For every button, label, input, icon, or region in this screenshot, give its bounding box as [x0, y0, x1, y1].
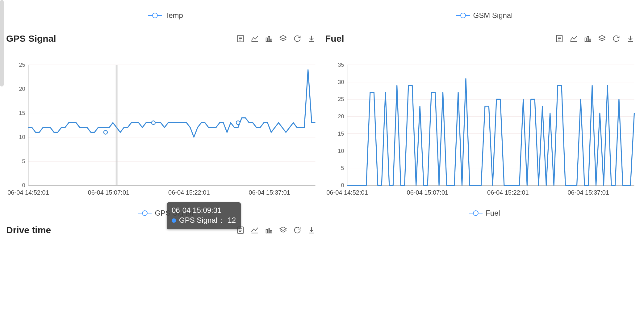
svg-point-40 — [104, 130, 107, 134]
refresh-icon[interactable] — [612, 34, 621, 43]
svg-text:30: 30 — [338, 79, 344, 85]
gps-tooltip: 06-04 15:09:31 GPS Signal: 12 — [167, 202, 241, 229]
legend-swatch-icon — [138, 210, 152, 216]
gps-signal-chart[interactable]: 051015202506-04 14:52:0106-04 15:07:0106… — [6, 46, 325, 207]
vertical-scrollbar[interactable] — [0, 0, 4, 86]
svg-text:0: 0 — [341, 182, 344, 188]
bar-chart-icon[interactable] — [265, 34, 273, 43]
svg-text:10: 10 — [19, 134, 25, 140]
refresh-icon[interactable] — [293, 34, 302, 43]
svg-rect-69 — [266, 230, 268, 233]
legend-swatch-icon — [456, 12, 470, 19]
bar-chart-icon[interactable] — [265, 226, 273, 234]
svg-text:20: 20 — [19, 86, 25, 92]
svg-text:25: 25 — [338, 96, 344, 102]
svg-marker-8 — [280, 36, 286, 39]
tooltip-time: 06-04 15:09:31 — [172, 205, 236, 215]
svg-text:06-04 15:22:01: 06-04 15:22:01 — [168, 189, 210, 196]
svg-text:5: 5 — [341, 165, 344, 171]
fuel-toolbox — [555, 34, 635, 43]
data-view-icon[interactable] — [236, 34, 245, 43]
svg-rect-6 — [268, 36, 270, 41]
legend-gsm[interactable]: GSM Signal — [325, 9, 644, 22]
legend-temp-label: Temp — [165, 11, 183, 20]
download-icon[interactable] — [307, 226, 316, 234]
svg-marker-72 — [280, 227, 286, 231]
line-chart-icon[interactable] — [250, 34, 259, 43]
svg-rect-17 — [587, 36, 589, 41]
svg-text:06-04 15:37:01: 06-04 15:37:01 — [567, 189, 609, 196]
download-icon[interactable] — [307, 34, 316, 43]
stack-icon[interactable] — [598, 34, 606, 43]
drive-toolbox — [236, 226, 316, 234]
svg-text:15: 15 — [19, 110, 25, 116]
svg-rect-7 — [270, 39, 272, 41]
drive-time-title: Drive time — [6, 225, 51, 235]
svg-point-41 — [152, 121, 155, 124]
data-view-icon[interactable] — [555, 34, 564, 43]
svg-text:06-04 14:52:01: 06-04 14:52:01 — [7, 189, 49, 196]
svg-point-42 — [236, 121, 240, 124]
download-icon[interactable] — [626, 34, 635, 43]
svg-marker-19 — [599, 36, 605, 39]
legend-gps[interactable]: GPS Signal — [6, 207, 325, 219]
line-chart-icon[interactable] — [569, 34, 578, 43]
gps-signal-title: GPS Signal — [6, 33, 56, 44]
svg-text:0: 0 — [22, 182, 25, 188]
svg-text:06-04 15:07:01: 06-04 15:07:01 — [407, 189, 449, 196]
legend-swatch-icon — [469, 210, 483, 216]
svg-rect-5 — [266, 38, 268, 42]
legend-fuel[interactable]: Fuel — [325, 207, 644, 219]
svg-text:06-04 14:52:01: 06-04 14:52:01 — [326, 189, 368, 196]
legend-fuel-label: Fuel — [486, 209, 500, 217]
svg-text:35: 35 — [338, 62, 344, 68]
svg-text:15: 15 — [338, 131, 344, 137]
fuel-title: Fuel — [325, 33, 344, 44]
svg-rect-16 — [585, 38, 587, 42]
tooltip-value: 12 — [228, 215, 236, 225]
legend-swatch-icon — [148, 12, 162, 19]
svg-rect-70 — [268, 228, 270, 233]
tooltip-series: GPS Signal — [179, 215, 217, 225]
svg-text:5: 5 — [22, 158, 25, 164]
refresh-icon[interactable] — [293, 226, 302, 234]
stack-icon[interactable] — [279, 34, 287, 43]
svg-text:06-04 15:07:01: 06-04 15:07:01 — [88, 189, 130, 196]
bar-chart-icon[interactable] — [583, 34, 592, 43]
tooltip-dot-icon — [172, 218, 176, 223]
svg-text:25: 25 — [19, 62, 25, 68]
svg-text:06-04 15:22:01: 06-04 15:22:01 — [487, 189, 529, 196]
svg-rect-18 — [589, 39, 591, 41]
svg-text:10: 10 — [338, 148, 344, 154]
svg-text:20: 20 — [338, 113, 344, 120]
stack-icon[interactable] — [279, 226, 287, 234]
legend-gsm-label: GSM Signal — [473, 11, 512, 20]
fuel-chart[interactable]: 0510152025303506-04 14:52:0106-04 15:07:… — [325, 46, 644, 207]
legend-temp[interactable]: Temp — [6, 9, 325, 22]
gps-toolbox — [236, 34, 316, 43]
line-chart-icon[interactable] — [250, 226, 259, 234]
svg-text:06-04 15:37:01: 06-04 15:37:01 — [249, 189, 290, 196]
svg-rect-71 — [270, 230, 272, 233]
